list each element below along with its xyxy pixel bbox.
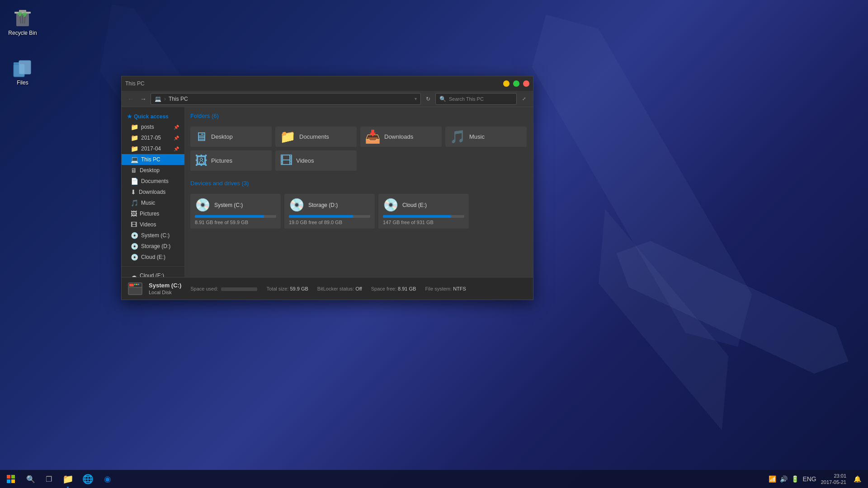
taskbar-clock[interactable]: 23:01 2017-05-21 [821,473,846,486]
sidebar-item-pictures[interactable]: 🖼 Pictures [122,208,184,219]
pictures-folder-img: 🖼 [195,153,208,168]
address-dropdown[interactable]: ▾ [415,96,417,101]
posts-pin-icon: 📌 [174,125,179,130]
videos-folder-img: 🎞 [280,153,292,168]
search-box[interactable]: 🔍 Search This PC [435,93,517,105]
music-label: Music [141,200,155,206]
svg-rect-17 [7,479,10,483]
recycle-bin-label: Recycle Bin [8,30,37,36]
sidebar-item-this-pc[interactable]: 💻 This PC [122,154,184,165]
sidebar-item-desktop[interactable]: 🖥 Desktop [122,165,184,176]
sidebar-item-cloud-network[interactable]: ☁ Cloud (E:) [122,270,184,277]
drive-storage-d[interactable]: 💿 Storage (D:) 19.0 GB free of 89.0 GB [284,194,375,229]
folder-desktop[interactable]: 🖥 Desktop [190,127,272,147]
folder-downloads[interactable]: 📥 Downloads [360,127,442,147]
drive-e-header: 💿 Cloud (E:) [383,197,464,212]
status-space-used: Space used: [190,286,257,291]
forward-button[interactable]: → [138,94,149,104]
downloads-folder-icon: ⬇ [131,188,136,196]
taskbar-search-button[interactable]: 🔍 [22,470,40,488]
start-button[interactable] [0,470,22,488]
battery-tray-icon[interactable]: 🔋 [790,474,800,483]
taskbar: 🔍 ❐ 📁 🌐 ◉ 📶 🔊 🔋 ENG 23:01 [0,470,868,488]
drive-e-name: Cloud (E:) [402,202,427,208]
drive-d-progress-bar [289,215,370,218]
search-placeholder: Search This PC [449,96,484,102]
expand-button[interactable]: ⤢ [519,94,529,104]
sidebar-item-2017-05[interactable]: 📁 2017-05 📌 [122,132,184,143]
drive-e-progress-fill [383,215,451,218]
space-free-value: 8.91 GB [398,286,416,291]
volume-tray-icon[interactable]: 🔊 [779,474,788,483]
folder-pictures[interactable]: 🖼 Pictures [190,150,272,171]
sidebar-item-posts[interactable]: 📁 posts 📌 [122,122,184,132]
close-button[interactable] [523,80,529,87]
refresh-button[interactable]: ↻ [423,94,434,104]
status-space-free: Space free: 8.91 GB [371,286,416,291]
sidebar-item-2017-04[interactable]: 📁 2017-04 📌 [122,143,184,154]
space-used-progress [221,287,257,291]
drive-d-icon: 💿 [289,197,305,212]
sidebar-item-videos[interactable]: 🎞 Videos [122,219,184,230]
chrome-taskbar-icon: 🌐 [82,474,94,484]
quick-access-label: Quick access [134,113,169,120]
cloud-network-label: Cloud (E:) [140,272,164,277]
posts-label: posts [141,124,154,130]
taskbar-file-explorer[interactable]: 📁 [58,470,78,488]
desktop-folder-icon: 🖥 [131,167,137,174]
minimize-button[interactable] [503,80,509,87]
folder-documents[interactable]: 📁 Documents [275,127,357,147]
this-pc-icon: 💻 [131,156,138,163]
address-bar[interactable]: 💻 › This PC ▾ [151,93,421,105]
taskbar-edge[interactable]: ◉ [98,470,118,488]
window-controls [503,80,529,87]
total-size-value: 59.9 GB [290,286,308,291]
recycle-bin-icon[interactable]: Recycle Bin [5,5,41,38]
files-desktop-icon[interactable]: Files [5,54,41,88]
drive-system-c[interactable]: 💿 System (C:) 8.91 GB free of 59.9 GB [190,194,281,229]
status-drive-icon [127,281,143,297]
folder-music[interactable]: 🎵 Music [445,127,527,147]
language-tray[interactable]: ENG [802,474,817,483]
folder-videos[interactable]: 🎞 Videos [275,150,357,171]
status-info: System (C:) Local Disk [149,282,181,295]
quick-access-header[interactable]: ★ Quick access [122,111,184,122]
drive-c-name: System (C:) [214,202,243,208]
sidebar-item-music[interactable]: 🎵 Music [122,197,184,208]
taskbar-chrome[interactable]: 🌐 [78,470,98,488]
svg-rect-13 [138,284,139,285]
2017-05-folder-icon: 📁 [131,134,138,141]
cloud-icon: ☁ [131,272,137,277]
sidebar-item-system-c[interactable]: 💿 System (C:) [122,230,184,241]
sidebar-item-storage-d[interactable]: 💿 Storage (D:) [122,241,184,252]
sidebar: ★ Quick access 📁 posts 📌 📁 2017-05 📌 📁 2… [122,107,185,277]
folders-grid: 🖥 Desktop 📁 Documents 📥 Downloads 🎵 Musi… [190,127,528,171]
drive-d-progress-fill [289,215,353,218]
drive-cloud-e[interactable]: 💿 Cloud (E:) 147 GB free of 931 GB [378,194,469,229]
folder-videos-label: Videos [296,157,314,164]
maximize-button[interactable] [513,80,519,87]
files-image [12,56,33,78]
notification-center-button[interactable]: 🔔 [850,470,864,488]
status-drive-type: Local Disk [149,290,181,295]
sidebar-item-cloud-e[interactable]: 💿 Cloud (E:) [122,252,184,263]
back-button[interactable]: ← [125,94,136,104]
sidebar-item-documents[interactable]: 📄 Documents [122,176,184,187]
2017-05-label: 2017-05 [141,135,161,141]
task-view-button[interactable]: ❐ [40,470,58,488]
drive-e-progress-bar [383,215,464,218]
status-drive-name: System (C:) [149,282,181,289]
folder-music-label: Music [469,133,485,140]
sidebar-divider [122,266,184,270]
2017-05-pin-icon: 📌 [174,136,179,141]
drive-c-info: 8.91 GB free of 59.9 GB [195,220,276,225]
files-label: Files [17,80,28,86]
task-view-icon: ❐ [46,475,52,483]
network-tray-icon[interactable]: 📶 [768,474,777,483]
address-icon: 💻 [155,96,161,102]
sidebar-item-downloads[interactable]: ⬇ Downloads [122,187,184,197]
status-details: Space used: Total size: 59.9 GB BitLocke… [190,286,466,291]
file-system-label: File system: [425,286,452,291]
svg-rect-16 [11,475,15,479]
system-c-drive-icon: 💿 [131,232,138,239]
